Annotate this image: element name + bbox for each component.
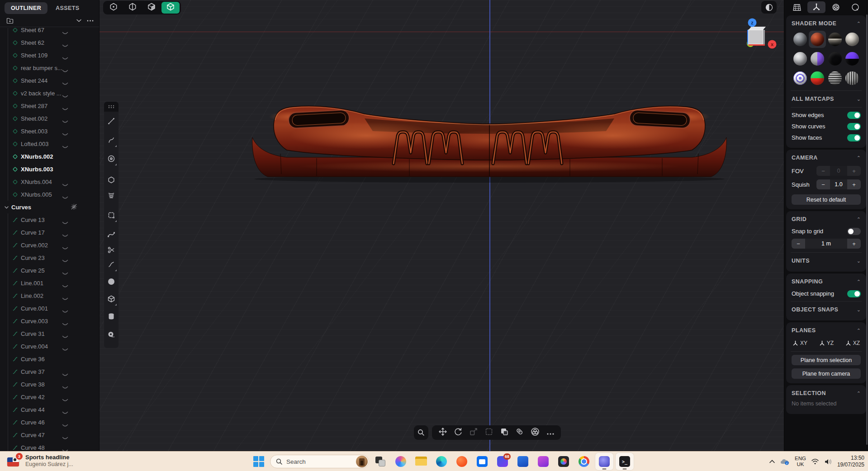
brave-taskbar-button[interactable] <box>453 453 471 470</box>
item-expand-chevron[interactable] <box>62 447 68 451</box>
matcap-steel[interactable] <box>792 31 809 48</box>
phone-link-taskbar-button[interactable]: 68 <box>493 453 512 470</box>
matcap-purple-rings[interactable] <box>792 70 809 87</box>
outliner-item-sheet-244[interactable]: Sheet 244 <box>0 74 99 87</box>
outliner-item-rear-bumper-s-[interactable]: rear bumper s... <box>0 61 99 74</box>
line-tool-button[interactable] <box>104 115 119 129</box>
photos-taskbar-button[interactable] <box>555 453 573 470</box>
outliner-menu-button[interactable] <box>87 20 94 22</box>
matcap-porcelain[interactable] <box>792 50 809 67</box>
outliner-item-sheet-109[interactable]: Sheet 109 <box>0 49 99 61</box>
move-tool-button[interactable] <box>436 427 449 439</box>
show-edges-toggle[interactable] <box>847 112 861 119</box>
snapping-header[interactable]: SNAPPING ⌃ <box>792 275 861 288</box>
polygon-tool-button[interactable] <box>104 174 119 188</box>
squish-value[interactable]: 1.0 <box>830 179 847 189</box>
viewport-3d[interactable]: z x <box>100 0 784 451</box>
cylinder-tool-button[interactable] <box>104 311 119 324</box>
news-widget[interactable]: 3 Sports headline Eugenio Suárez j... <box>6 453 73 468</box>
search-input[interactable] <box>286 458 345 465</box>
chrome-taskbar-button[interactable] <box>575 453 593 470</box>
shader-mode-header[interactable]: SHADER MODE ⌃ <box>792 17 861 30</box>
sphere-tool-button[interactable] <box>104 276 119 289</box>
outliner-item-curve-42[interactable]: Curve 42 <box>0 391 99 403</box>
outliner-item-curve-44[interactable]: Curve 44 <box>0 403 99 416</box>
outliner-item-xnurbs-003[interactable]: XNurbs.003 <box>0 163 99 175</box>
grid-size-value[interactable]: 1 m <box>805 239 847 249</box>
grid-size-decrease-button[interactable]: − <box>792 239 805 249</box>
trim-tool-button[interactable] <box>104 189 119 203</box>
outliner-item-xnurbs-002[interactable]: XNurbs.002 <box>0 150 99 163</box>
face-mode-button[interactable] <box>142 2 161 14</box>
terminal-taskbar-button[interactable]: >_ <box>616 453 634 470</box>
render-grid-tab[interactable] <box>788 1 806 13</box>
grid-header[interactable]: GRID ⌃ <box>792 213 861 226</box>
outliner-item-curve-31[interactable]: Curve 31 <box>0 327 99 340</box>
taskbar-search[interactable] <box>270 455 369 468</box>
region-tool-button[interactable] <box>483 427 495 439</box>
plane-from-camera-button[interactable]: Plane from camera <box>792 368 861 379</box>
show-faces-toggle[interactable] <box>847 134 861 141</box>
tape-tool-button[interactable] <box>104 329 119 342</box>
tray-chevron-up-icon[interactable] <box>769 460 775 463</box>
outliner-item-curve-36[interactable]: Curve 36 <box>0 353 99 365</box>
start-button[interactable] <box>250 453 268 470</box>
outliner-item-sheet-002[interactable]: Sheet.002 <box>0 112 99 125</box>
curve-tool-button[interactable] <box>104 134 119 148</box>
camera-header[interactable]: CAMERA ⌃ <box>792 151 861 164</box>
matcap-gray-purple-split[interactable] <box>809 50 826 67</box>
view-orientation-tab[interactable] <box>846 1 864 13</box>
matcap-green-red-split[interactable] <box>809 70 826 87</box>
rectangle-tool-button[interactable] <box>104 209 119 223</box>
fov-decrease-button[interactable]: − <box>816 166 830 176</box>
fov-value[interactable]: 0 <box>830 166 847 176</box>
view-cube-gizmo[interactable]: z x <box>744 16 777 52</box>
toolbar-drag-handle[interactable] <box>104 102 119 112</box>
app-blue-taskbar-button[interactable] <box>514 453 532 470</box>
circle-tool-button[interactable] <box>104 153 119 166</box>
solid-mode-button[interactable] <box>161 2 180 14</box>
edge-taskbar-button[interactable] <box>432 453 451 470</box>
matcap-black[interactable] <box>826 50 844 67</box>
file-explorer-taskbar-button[interactable] <box>412 453 430 470</box>
outliner-item-curve-13[interactable]: Curve 13 <box>0 213 99 226</box>
outliner-item-sheet-287[interactable]: Sheet 287 <box>0 99 99 112</box>
spline-tool-button[interactable] <box>104 229 119 242</box>
outliner-item-curve-17[interactable]: Curve 17 <box>0 226 99 239</box>
outliner-item-curve-25[interactable]: Curve 25 <box>0 264 99 277</box>
outliner-item-curve-23[interactable]: Curve 23 <box>0 251 99 264</box>
matcap-pearl[interactable] <box>844 31 861 48</box>
media-player-taskbar-button[interactable] <box>534 453 552 470</box>
squish-decrease-button[interactable]: − <box>816 179 830 189</box>
box-tool-button[interactable] <box>104 293 119 306</box>
matcap-purple-dome[interactable] <box>844 50 861 67</box>
outliner-item-curve-001[interactable]: Curve.001 <box>0 302 99 315</box>
copilot-taskbar-button[interactable] <box>392 453 410 470</box>
theme-toggle-button[interactable] <box>761 1 777 14</box>
onedrive-icon[interactable]: i <box>780 458 790 465</box>
gizmo-settings-tab[interactable] <box>807 1 825 13</box>
outliner-item-lofted-003[interactable]: Lofted.003 <box>0 137 99 150</box>
matcap-dark-horizon[interactable] <box>826 31 844 48</box>
outliner-item-curve-004[interactable]: Curve.004 <box>0 340 99 353</box>
plane-xz-button[interactable]: XZ <box>845 340 860 346</box>
outliner-item-line-001[interactable]: Line.001 <box>0 277 99 289</box>
plane-xy-button[interactable]: XY <box>792 340 807 346</box>
outliner-item-sheet-67[interactable]: Sheet 67 <box>0 28 99 36</box>
outliner-item-curve-48[interactable]: Curve 48 <box>0 441 99 451</box>
planes-header[interactable]: PLANES ⌃ <box>792 324 861 337</box>
panel-scrollbar[interactable] <box>866 14 868 445</box>
selection-header[interactable]: SELECTION ⌃ <box>792 387 861 400</box>
matcap-zebra-horizontal[interactable] <box>826 70 844 87</box>
outliner-item-curve-38[interactable]: Curve 38 <box>0 378 99 391</box>
store-taskbar-button[interactable] <box>473 453 491 470</box>
outliner-group-curves[interactable]: Curves <box>0 201 99 213</box>
fov-increase-button[interactable]: + <box>847 166 861 176</box>
plasticity-taskbar-button[interactable] <box>595 453 613 470</box>
outliner-item-line-002[interactable]: Line.002 <box>0 289 99 302</box>
clock-widget[interactable]: 13:50 19/07/2025 <box>837 455 864 468</box>
squish-increase-button[interactable]: + <box>847 179 861 189</box>
object-snapping-toggle[interactable] <box>847 290 861 297</box>
boolean-tool-button[interactable] <box>529 427 541 439</box>
visibility-off-icon[interactable] <box>71 203 77 212</box>
